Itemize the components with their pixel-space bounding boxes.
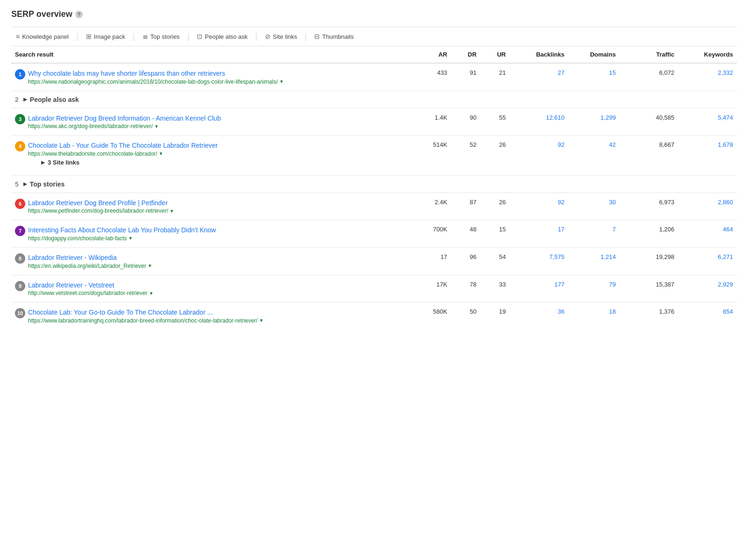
filter-top-stories[interactable]: ≣Top stories — [138, 31, 185, 42]
url-dropdown-arrow[interactable]: ▼ — [128, 236, 133, 241]
filter-icon-image-pack: ⊞ — [86, 33, 92, 40]
expand-arrow[interactable]: ▶ — [23, 181, 27, 187]
keywords-10[interactable]: 854 — [678, 302, 737, 330]
table-row: 6Labrador Retriever Dog Breed Profile | … — [11, 193, 737, 220]
site-links-label[interactable]: ▶ 3 Site links — [28, 157, 410, 170]
traffic-8: 19,298 — [619, 247, 678, 275]
filter-separator: | — [76, 32, 79, 42]
result-url-8: https://en.wikipedia.org/wiki/Labrador_R… — [28, 263, 410, 269]
serp-table: Search result AR DR UR Backlinks Domains… — [11, 46, 737, 330]
traffic-9: 15,387 — [619, 275, 678, 302]
backlinks-3[interactable]: 12,610 — [510, 108, 568, 136]
ar-4: 514K — [414, 136, 451, 176]
url-dropdown-arrow[interactable]: ▼ — [279, 79, 284, 84]
help-icon[interactable]: ? — [75, 11, 83, 18]
keywords-4[interactable]: 1,678 — [678, 136, 737, 176]
result-title-6[interactable]: Labrador Retriever Dog Breed Profile | P… — [28, 199, 168, 207]
special-label-text-5: Top stories — [30, 180, 65, 188]
result-title-10[interactable]: Chocolate Lab: Your Go-to Guide To The C… — [28, 309, 213, 316]
domains-8[interactable]: 1,214 — [568, 247, 619, 275]
title-text: SERP overview — [11, 9, 72, 19]
result-title-9[interactable]: Labrador Retriever - Vetstreet — [28, 281, 114, 289]
special-label-2[interactable]: 2▶People also ask — [15, 96, 733, 103]
backlinks-7[interactable]: 17 — [510, 220, 568, 248]
filter-image-pack[interactable]: ⊞Image pack — [81, 31, 130, 42]
ar-8: 17 — [414, 247, 451, 275]
ar-3: 1.4K — [414, 108, 451, 136]
domains-10[interactable]: 18 — [568, 302, 619, 330]
backlinks-4[interactable]: 92 — [510, 136, 568, 176]
result-url-1: https://www.nationalgeographic.com/anima… — [28, 79, 410, 85]
result-badge-6: 6 — [15, 199, 25, 209]
dr-10: 50 — [451, 302, 481, 330]
table-row: 1Why chocolate labs may have shorter lif… — [11, 63, 737, 91]
url-dropdown-arrow[interactable]: ▼ — [148, 263, 152, 268]
domains-3[interactable]: 1,299 — [568, 108, 619, 136]
special-label-text-2: People also ask — [30, 96, 79, 103]
filter-site-links[interactable]: ⊘Site links — [260, 31, 302, 42]
result-title-8[interactable]: Labrador Retriever - Wikipedia — [28, 254, 117, 261]
ur-10: 19 — [480, 302, 510, 330]
backlinks-9[interactable]: 177 — [510, 275, 568, 302]
ar-9: 17K — [414, 275, 451, 302]
filter-people-also-ask[interactable]: ⊡People also ask — [192, 31, 252, 42]
result-title-3[interactable]: Labrador Retriever Dog Breed Information… — [28, 115, 221, 122]
keywords-7[interactable]: 464 — [678, 220, 737, 248]
filter-separator: | — [133, 32, 135, 42]
backlinks-10[interactable]: 36 — [510, 302, 568, 330]
domains-7[interactable]: 7 — [568, 220, 619, 248]
url-dropdown-arrow[interactable]: ▼ — [154, 124, 159, 129]
backlinks-1[interactable]: 27 — [510, 63, 568, 91]
special-row-2[interactable]: 2▶People also ask — [11, 91, 737, 108]
result-badge-4: 4 — [15, 141, 25, 151]
special-row-5[interactable]: 5▶Top stories — [11, 175, 737, 193]
filter-separator: | — [255, 32, 258, 42]
url-dropdown-arrow[interactable]: ▼ — [259, 318, 264, 323]
domains-1[interactable]: 15 — [568, 63, 619, 91]
header-backlinks: Backlinks — [510, 46, 568, 63]
filter-label-site-links: Site links — [273, 33, 297, 40]
header-ur: UR — [480, 46, 510, 63]
special-label-5[interactable]: 5▶Top stories — [15, 180, 733, 188]
domains-6[interactable]: 30 — [568, 193, 619, 220]
filter-label-knowledge-panel: Knowledge panel — [22, 33, 69, 40]
domains-4[interactable]: 42 — [568, 136, 619, 176]
keywords-3[interactable]: 5,474 — [678, 108, 737, 136]
table-row: 8Labrador Retriever - Wikipediahttps://e… — [11, 247, 737, 275]
filter-knowledge-panel[interactable]: ≡Knowledge panel — [11, 31, 73, 42]
filter-thumbnails[interactable]: ⊟Thumbnails — [309, 31, 358, 42]
filter-bar: ≡Knowledge panel|⊞Image pack|≣Top storie… — [11, 27, 737, 46]
table-row: 4Chocolate Lab - Your Guide To The Choco… — [11, 136, 737, 176]
domains-9[interactable]: 79 — [568, 275, 619, 302]
result-title-4[interactable]: Chocolate Lab - Your Guide To The Chocol… — [28, 142, 218, 149]
url-dropdown-arrow[interactable]: ▼ — [149, 291, 153, 296]
keywords-8[interactable]: 6,271 — [678, 247, 737, 275]
filter-separator: | — [305, 32, 307, 42]
backlinks-6[interactable]: 92 — [510, 193, 568, 220]
filter-label-image-pack: Image pack — [94, 33, 125, 40]
traffic-6: 6,973 — [619, 193, 678, 220]
ur-3: 55 — [480, 108, 510, 136]
keywords-1[interactable]: 2,332 — [678, 63, 737, 91]
ur-8: 54 — [480, 247, 510, 275]
keywords-9[interactable]: 2,929 — [678, 275, 737, 302]
dr-6: 87 — [451, 193, 481, 220]
dr-4: 52 — [451, 136, 481, 176]
expand-arrow[interactable]: ▶ — [23, 97, 27, 102]
table-header-row: Search result AR DR UR Backlinks Domains… — [11, 46, 737, 63]
filter-icon-site-links: ⊘ — [265, 33, 271, 40]
dr-8: 96 — [451, 247, 481, 275]
result-title-7[interactable]: Interesting Facts About Chocolate Lab Yo… — [28, 226, 216, 234]
result-url-7: https://dogappy.com/chocolate-lab-facts … — [28, 235, 410, 242]
ur-7: 15 — [480, 220, 510, 248]
ar-1: 433 — [414, 63, 451, 91]
result-title-1[interactable]: Why chocolate labs may have shorter life… — [28, 70, 225, 77]
traffic-4: 8,667 — [619, 136, 678, 176]
keywords-6[interactable]: 2,860 — [678, 193, 737, 220]
url-dropdown-arrow[interactable]: ▼ — [169, 208, 174, 214]
url-dropdown-arrow[interactable]: ▼ — [158, 151, 163, 156]
result-badge-10: 10 — [15, 308, 25, 318]
filter-label-thumbnails: Thumbnails — [322, 33, 353, 40]
filter-icon-people-also-ask: ⊡ — [197, 33, 202, 40]
backlinks-8[interactable]: 7,575 — [510, 247, 568, 275]
